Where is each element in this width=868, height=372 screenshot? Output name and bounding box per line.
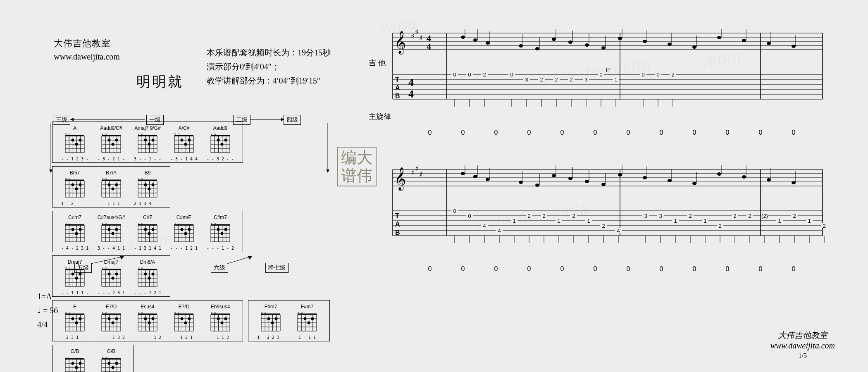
svg-point-196: [152, 228, 155, 231]
svg-point-177: [108, 228, 111, 231]
svg-text:♯: ♯: [419, 34, 423, 42]
svg-text:1: 1: [778, 218, 781, 224]
melody-note: 0: [777, 129, 810, 136]
svg-point-297: [75, 322, 78, 324]
svg-point-330: [144, 317, 147, 320]
svg-point-460: [568, 41, 572, 44]
svg-point-579: [742, 175, 746, 179]
melody-note: 0: [513, 265, 546, 273]
svg-point-92: [217, 139, 220, 142]
svg-point-472: [692, 45, 696, 49]
svg-text:𝄞: 𝄞: [394, 31, 406, 55]
chord-name: C#m7: [58, 215, 91, 221]
chord-diagram: C#7xo- 1 3 1 4 1: [131, 215, 164, 251]
footer-classroom: 大伟吉他教室: [770, 330, 835, 341]
chord-name: A/C#: [167, 125, 200, 132]
svg-point-583: [792, 181, 796, 184]
svg-text:o: o: [69, 133, 70, 136]
melody-note: 0: [579, 265, 612, 273]
footer-website: www.daweijita.com: [770, 341, 835, 351]
svg-text:x: x: [65, 177, 67, 180]
chord-group: Axo- - 1 2 3 -Aadd9/C#xo- 3 - 2 1 -Amaj7…: [52, 122, 243, 163]
melody-note: 0: [446, 129, 479, 136]
svg-text:x: x: [102, 267, 103, 269]
chord-fingering: - 1 - 1 1 -: [291, 335, 324, 340]
svg-text:1: 1: [808, 218, 811, 224]
svg-point-313: [108, 317, 111, 320]
chord-diagram: E7/Dxo- - - 1 3 2: [95, 304, 128, 340]
svg-point-553: [473, 175, 477, 178]
svg-point-382: [271, 322, 274, 324]
svg-text:2: 2: [671, 72, 674, 78]
svg-text:o: o: [105, 222, 107, 225]
svg-point-144: [148, 188, 151, 191]
chord-diagram: E7/Dxo- - 1 2 1 -: [167, 304, 200, 340]
svg-point-213: [188, 228, 191, 231]
svg-text:B: B: [395, 229, 400, 236]
chord-diagram: B9xo2 1 3 4 - -: [131, 170, 164, 206]
chord-diagram-area: Axo- - 1 2 3 -Aadd9/C#xo- 3 - 2 1 -Amaj7…: [50, 120, 339, 372]
melody-note: 0: [479, 129, 513, 136]
svg-point-565: [585, 180, 589, 183]
melody-note: 0: [612, 265, 645, 273]
svg-text:x: x: [211, 222, 212, 225]
chord-name: Dm6/A: [131, 259, 164, 266]
svg-point-366: [224, 317, 227, 320]
svg-point-577: [717, 172, 721, 176]
svg-point-77: [188, 139, 191, 142]
chord-fingering: - 3 - 1 4 4: [167, 157, 200, 162]
chord-diagram: A/C#xo- 3 - 1 4 4: [167, 125, 200, 162]
chord-name: E7/D: [167, 304, 200, 310]
svg-point-464: [601, 46, 606, 50]
svg-point-575: [692, 182, 696, 185]
time-signature: 4/4: [37, 317, 58, 331]
svg-point-162: [79, 228, 82, 231]
chord-name: F#m7: [291, 304, 324, 310]
svg-text:2: 2: [555, 76, 558, 83]
track-label-guitar: 吉 他: [369, 58, 386, 68]
svg-text:x: x: [102, 311, 103, 314]
svg-text:x: x: [298, 311, 299, 314]
svg-point-365: [221, 322, 224, 324]
svg-text:x: x: [65, 267, 67, 269]
svg-point-555: [486, 178, 490, 181]
melody-note: 0: [513, 129, 546, 136]
svg-text:♯: ♯: [411, 169, 415, 177]
svg-point-264: [115, 273, 118, 276]
melody-note: 0: [612, 129, 645, 136]
chord-diagram: Exo- 2 3 1 - -: [58, 304, 91, 340]
chord-fingering: - - - 1 2 1: [167, 246, 200, 251]
chord-name: Bm7: [58, 170, 91, 176]
chord-diagram: Dmaj7xo- - - 2 3 1: [95, 259, 128, 296]
svg-text:o: o: [69, 177, 70, 180]
chord-fingering: - - 3 2 - -: [204, 157, 237, 162]
svg-text:o: o: [69, 267, 70, 269]
chord-name: Dmaj7: [58, 259, 91, 266]
svg-text:x: x: [261, 311, 263, 314]
svg-point-263: [112, 277, 114, 280]
svg-point-93: [221, 143, 224, 146]
svg-point-245: [72, 273, 74, 276]
svg-text:o: o: [141, 133, 143, 136]
chord-diagram: G/Bxo- - 1 - 3 4: [95, 348, 128, 372]
chord-name: B9: [131, 170, 164, 176]
chord-name: Amaj7 9/G#: [131, 125, 164, 132]
svg-text:x: x: [138, 311, 140, 314]
melody-note: 0: [645, 265, 678, 273]
svg-text:x: x: [174, 311, 176, 314]
chord-name: E: [58, 304, 91, 310]
svg-point-476: [742, 39, 746, 42]
svg-text:2: 2: [823, 223, 825, 229]
svg-text:2: 2: [570, 76, 572, 83]
svg-point-331: [148, 322, 151, 324]
chord-fingering: - - 1 1 1 -: [95, 201, 128, 206]
svg-point-94: [224, 139, 227, 142]
svg-text:x: x: [138, 267, 140, 269]
chord-fingering: - 2 3 1 - -: [58, 335, 91, 340]
svg-text:1: 1: [587, 218, 590, 224]
chord-name: E7/D: [95, 304, 128, 310]
website-url: www.daweijita.com: [54, 52, 120, 62]
svg-text:0: 0: [453, 208, 456, 214]
svg-point-230: [224, 228, 227, 231]
svg-point-281: [152, 273, 155, 276]
